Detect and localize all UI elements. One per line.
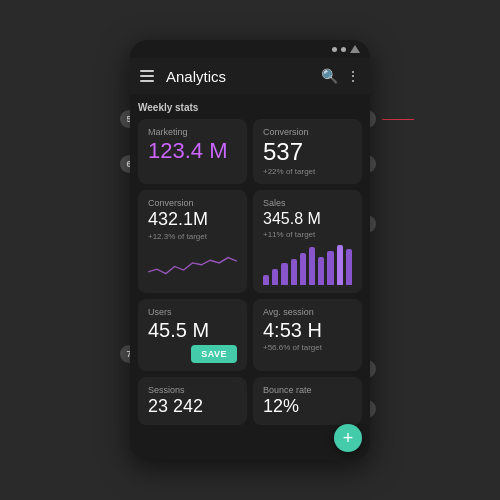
search-icon[interactable]: 🔍: [321, 68, 338, 84]
status-bar: [130, 40, 370, 58]
card-marketing: Marketing 123.4 M: [138, 119, 247, 184]
sales-label: Sales: [263, 198, 352, 208]
marketing-value: 123.4 M: [148, 139, 237, 163]
more-icon[interactable]: ⋮: [346, 68, 360, 84]
menu-icon[interactable]: [140, 70, 154, 82]
status-dot-2: [341, 47, 346, 52]
phone-frame: Analytics 🔍 ⋮ Weekly stats Marketing 123…: [130, 40, 370, 460]
card-bounce-rate: Bounce rate 12%: [253, 377, 362, 425]
card-sales: Sales 345.8 M +11% of target: [253, 190, 362, 293]
conversion-top-sub: +22% of target: [263, 167, 352, 176]
sessions-value: 23 242: [148, 397, 237, 417]
main-content: Weekly stats Marketing 123.4 M Conversio…: [130, 94, 370, 460]
page-title: Analytics: [166, 68, 313, 85]
fab-button[interactable]: +: [334, 424, 362, 452]
card-conversion-bottom: Conversion 432.1M +12.3% of target: [138, 190, 247, 293]
status-dot-1: [332, 47, 337, 52]
sales-sub: +11% of target: [263, 230, 352, 239]
conversion-bottom-value: 432.1M: [148, 210, 237, 230]
conversion-bottom-label: Conversion: [148, 198, 237, 208]
section-weekly-stats: Weekly stats: [138, 102, 362, 113]
marketing-label: Marketing: [148, 127, 237, 137]
bounce-rate-value: 12%: [263, 397, 352, 417]
conversion-top-label: Conversion: [263, 127, 352, 137]
avg-session-value: 4:53 H: [263, 319, 352, 341]
avg-session-sub: +56.6% of target: [263, 343, 352, 352]
toolbar: Analytics 🔍 ⋮: [130, 58, 370, 94]
bounce-rate-label: Bounce rate: [263, 385, 352, 395]
card-avg-session: Avg. session 4:53 H +56.6% of target: [253, 299, 362, 371]
card-sessions: Sessions 23 242: [138, 377, 247, 425]
sessions-label: Sessions: [148, 385, 237, 395]
card-users: Users 45.5 M SAVE: [138, 299, 247, 371]
card-conversion-top: Conversion 537 +22% of target: [253, 119, 362, 184]
sales-value: 345.8 M: [263, 210, 352, 228]
conversion-top-value: 537: [263, 139, 352, 165]
users-value: 45.5 M: [148, 319, 237, 341]
users-label: Users: [148, 307, 237, 317]
save-button[interactable]: SAVE: [191, 345, 237, 363]
bar-chart: [263, 245, 352, 285]
line-chart: [148, 245, 237, 280]
conversion-bottom-sub: +12.3% of target: [148, 232, 237, 241]
signal-icon: [350, 45, 360, 53]
avg-session-label: Avg. session: [263, 307, 352, 317]
